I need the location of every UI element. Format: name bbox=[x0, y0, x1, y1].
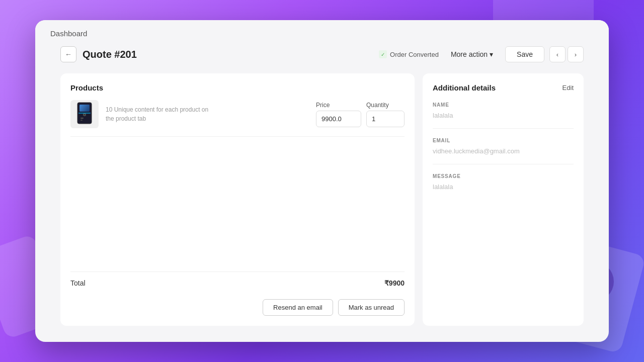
detail-field-email: EMAIL vidhee.luckmedia@gmail.com bbox=[433, 138, 574, 164]
detail-field-name: NAME lalalala bbox=[433, 102, 574, 129]
details-panel: Additional details Edit NAME lalalala EM… bbox=[423, 73, 584, 326]
details-title: Additional details bbox=[433, 83, 496, 92]
quantity-label: Quantity bbox=[366, 102, 405, 109]
total-value: ₹9900 bbox=[384, 279, 405, 287]
back-arrow-icon: ← bbox=[65, 50, 72, 58]
total-row: Total ₹9900 bbox=[70, 272, 405, 294]
order-converted-label: Order Converted bbox=[390, 51, 439, 58]
main-layout: Products bbox=[60, 73, 584, 326]
name-field-value: lalalala bbox=[433, 112, 574, 119]
resend-email-button[interactable]: Resend an email bbox=[263, 299, 333, 316]
more-action-button[interactable]: More action ▾ bbox=[444, 47, 500, 62]
svg-rect-7 bbox=[78, 113, 91, 114]
more-action-label: More action bbox=[451, 50, 488, 58]
price-input[interactable] bbox=[316, 111, 361, 127]
page-title: Quote #201 bbox=[83, 49, 137, 60]
svg-rect-2 bbox=[79, 105, 90, 112]
next-button[interactable]: › bbox=[568, 46, 584, 62]
svg-point-4 bbox=[84, 114, 86, 116]
save-button[interactable]: Save bbox=[505, 46, 544, 62]
product-image-svg bbox=[73, 102, 96, 127]
dashboard-bar: Dashboard bbox=[35, 20, 609, 38]
mark-as-unread-button[interactable]: Mark as unread bbox=[338, 299, 405, 316]
back-button[interactable]: ← bbox=[60, 46, 76, 62]
nav-group: ‹ › bbox=[549, 46, 584, 62]
order-converted-badge: ✓ Order Converted bbox=[379, 50, 439, 58]
header-left: ← Quote #201 bbox=[60, 46, 137, 62]
message-field-value: lalalala bbox=[433, 183, 574, 191]
product-description: 10 Unique content for each product on th… bbox=[106, 105, 309, 123]
product-desc-line2: the product tab bbox=[106, 114, 309, 123]
page-header: ← Quote #201 ✓ Order Converted More acti… bbox=[60, 43, 584, 65]
product-row: 10 Unique content for each product on th… bbox=[70, 100, 405, 137]
product-thumbnail bbox=[70, 100, 99, 128]
header-right: ✓ Order Converted More action ▾ Save ‹ › bbox=[379, 46, 584, 62]
products-title: Products bbox=[70, 83, 405, 92]
products-panel: Products bbox=[60, 73, 415, 326]
name-field-label: NAME bbox=[433, 102, 574, 108]
price-label: Price bbox=[316, 102, 361, 109]
dashboard-title: Dashboard bbox=[50, 29, 87, 38]
detail-field-message: MESSAGE lalalala bbox=[433, 173, 574, 191]
svg-rect-5 bbox=[80, 118, 84, 119]
prev-button[interactable]: ‹ bbox=[549, 46, 566, 62]
email-field-label: EMAIL bbox=[433, 138, 574, 143]
edit-link[interactable]: Edit bbox=[562, 84, 574, 92]
chevron-down-icon: ▾ bbox=[490, 50, 493, 58]
action-buttons: Resend an email Mark as unread bbox=[70, 294, 405, 316]
quantity-input[interactable] bbox=[366, 111, 405, 127]
email-field-value: vidhee.luckmedia@gmail.com bbox=[433, 147, 574, 155]
price-qty-group: Price Quantity bbox=[316, 102, 405, 127]
price-field-group: Price bbox=[316, 102, 361, 127]
main-card: Dashboard ← Quote #201 ✓ Order Converted… bbox=[35, 20, 609, 342]
message-field-label: MESSAGE bbox=[433, 173, 574, 179]
quantity-field-group: Quantity bbox=[366, 102, 405, 127]
product-desc-line1: 10 Unique content for each product on bbox=[106, 105, 309, 114]
total-label: Total bbox=[70, 279, 86, 287]
svg-rect-6 bbox=[80, 120, 83, 121]
details-header: Additional details Edit bbox=[433, 83, 574, 92]
content-area: ← Quote #201 ✓ Order Converted More acti… bbox=[35, 38, 609, 336]
check-icon: ✓ bbox=[379, 50, 387, 58]
